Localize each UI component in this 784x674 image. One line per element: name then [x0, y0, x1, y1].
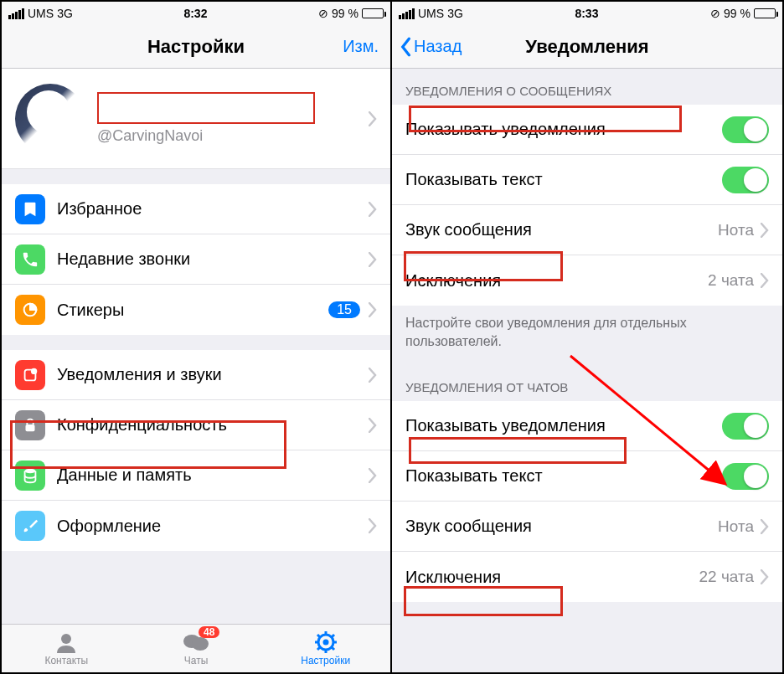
orientation-lock-icon: ⊘: [710, 7, 720, 20]
svg-line-16: [332, 635, 334, 637]
chevron-right-icon: [369, 202, 377, 217]
toggle-switch[interactable]: [722, 463, 769, 490]
svg-point-4: [25, 468, 36, 473]
svg-point-5: [61, 634, 71, 644]
back-button[interactable]: Назад: [399, 37, 462, 57]
row-label: Показывать текст: [405, 170, 722, 189]
show-text-chats-row[interactable]: Показывать текст: [392, 451, 782, 502]
lock-icon: [15, 410, 45, 440]
chevron-right-icon: [369, 252, 377, 267]
row-label: Данные и память: [57, 466, 369, 485]
avatar: [15, 84, 85, 154]
chat-exceptions-row[interactable]: Исключения 22 чата: [392, 552, 782, 602]
privacy-row[interactable]: Конфиденциальность: [2, 400, 390, 450]
svg-line-15: [332, 647, 334, 650]
chevron-right-icon: [369, 111, 377, 126]
sticker-icon: [15, 295, 45, 325]
section-footer: Настройте свои уведомления для отдельных…: [392, 306, 782, 365]
section-header-chats: УВЕДОМЛЕНИЯ ОТ ЧАТОВ: [392, 365, 782, 401]
row-label: Уведомления и звуки: [57, 365, 369, 384]
row-label: Оформление: [57, 517, 369, 536]
row-label: Показывать текст: [405, 466, 722, 486]
stickers-badge: 15: [328, 301, 360, 318]
notification-icon: [15, 360, 45, 390]
profile-username: @CarvingNavoi: [97, 127, 369, 145]
bookmark-icon: [15, 194, 45, 224]
chevron-right-icon: [369, 518, 377, 533]
row-label: Конфиденциальность: [57, 415, 369, 435]
row-label: Показывать уведомления: [405, 416, 722, 435]
row-label: Показывать уведомления: [405, 120, 722, 139]
toggle-switch[interactable]: [722, 167, 769, 193]
back-label: Назад: [414, 37, 462, 56]
chevron-right-icon: [369, 418, 377, 433]
network-label: 3G: [447, 7, 463, 20]
page-title: Настройки: [147, 36, 245, 58]
toggle-switch[interactable]: [722, 413, 769, 440]
tab-contacts[interactable]: Контакты: [2, 625, 132, 672]
battery-label: 99 %: [724, 7, 750, 20]
row-label: Исключения: [405, 568, 699, 587]
row-detail: Нота: [718, 221, 754, 239]
settings-screen: UMS 3G 8:32 ⊘ 99 % Настройки Изм. @Carvi…: [2, 2, 392, 672]
row-detail: Нота: [718, 517, 754, 536]
tab-settings[interactable]: Настройки: [260, 625, 390, 672]
row-label: Звук сообщения: [405, 517, 718, 536]
svg-point-9: [322, 640, 328, 646]
signal-icon: [8, 8, 24, 19]
appearance-row[interactable]: Оформление: [2, 501, 390, 551]
tab-label: Настройки: [301, 655, 350, 666]
carrier-label: UMS: [28, 7, 54, 20]
navbar: Настройки Изм.: [2, 25, 390, 69]
navbar: Назад Уведомления: [392, 25, 782, 69]
row-label: Недавние звонки: [57, 250, 369, 269]
favorites-row[interactable]: Избранное: [2, 184, 390, 234]
svg-line-17: [317, 647, 320, 650]
chevron-right-icon: [761, 273, 769, 288]
profile-row[interactable]: @CarvingNavoi: [2, 69, 390, 169]
stickers-row[interactable]: Стикеры 15: [2, 285, 390, 335]
svg-line-14: [317, 635, 320, 637]
chevron-right-icon: [761, 569, 769, 584]
row-label: Избранное: [57, 199, 369, 219]
chats-badge: 48: [199, 626, 219, 638]
tab-label: Контакты: [44, 655, 88, 666]
status-bar: UMS 3G 8:33 ⊘ 99 %: [392, 2, 782, 25]
status-bar: UMS 3G 8:32 ⊘ 99 %: [2, 2, 390, 25]
signal-icon: [399, 8, 415, 19]
battery-icon: [754, 8, 776, 18]
carrier-label: UMS: [418, 7, 444, 20]
chevron-left-icon: [399, 37, 412, 57]
phone-icon: [15, 244, 45, 275]
chat-sound-row[interactable]: Звук сообщения Нота: [392, 502, 782, 552]
row-label: Стикеры: [57, 301, 328, 320]
battery-label: 99 %: [332, 7, 358, 20]
battery-icon: [362, 8, 384, 18]
svg-rect-3: [26, 424, 35, 431]
tab-chats[interactable]: 48 Чаты: [132, 625, 261, 672]
gear-icon: [313, 630, 338, 654]
tab-label: Чаты: [184, 655, 209, 666]
person-icon: [54, 630, 79, 654]
chevron-right-icon: [761, 223, 769, 238]
clock: 8:32: [183, 7, 207, 20]
profile-name-redacted: [97, 92, 315, 124]
row-detail: 22 чата: [699, 568, 754, 586]
toggle-switch[interactable]: [722, 116, 769, 143]
row-detail: 2 чата: [708, 271, 754, 290]
notifications-screen: UMS 3G 8:33 ⊘ 99 % Назад Уведомления УВЕ…: [392, 2, 782, 672]
show-notifications-chats-row[interactable]: Показывать уведомления: [392, 401, 782, 451]
brush-icon: [15, 511, 45, 541]
recent-calls-row[interactable]: Недавние звонки: [2, 234, 390, 285]
edit-button[interactable]: Изм.: [343, 37, 379, 56]
clock: 8:33: [575, 7, 598, 20]
exceptions-row[interactable]: Исключения 2 чата: [392, 255, 782, 306]
show-text-row[interactable]: Показывать текст: [392, 155, 782, 205]
notifications-sounds-row[interactable]: Уведомления и звуки: [2, 350, 390, 400]
database-icon: [15, 460, 45, 491]
page-title: Уведомления: [525, 36, 648, 58]
section-header-messages: УВЕДОМЛЕНИЯ О СООБЩЕНИЯХ: [392, 69, 782, 105]
message-sound-row[interactable]: Звук сообщения Нота: [392, 205, 782, 255]
data-storage-row[interactable]: Данные и память: [2, 450, 390, 501]
show-notifications-row[interactable]: Показывать уведомления: [392, 105, 782, 155]
